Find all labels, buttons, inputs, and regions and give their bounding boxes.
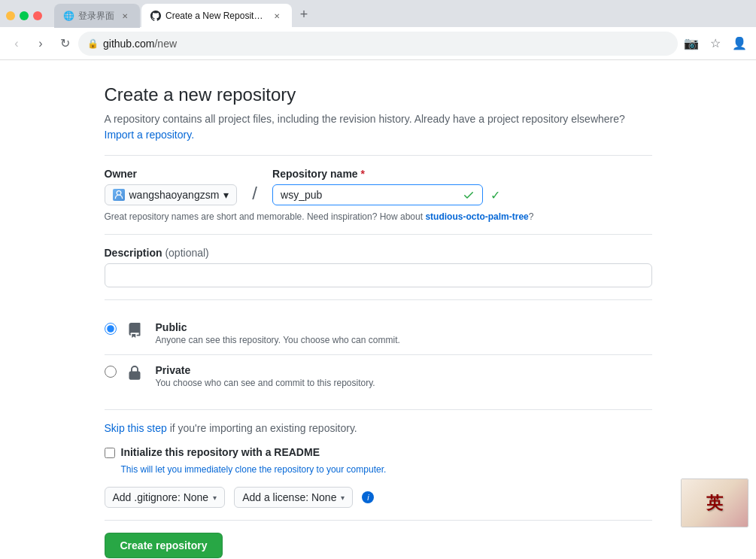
repo-name-label: Repository name * [272,168,500,180]
repo-name-field-group: Repository name * ✓ [272,168,500,205]
floating-image: 英 [681,478,748,527]
owner-repo-row: Owner wangshaoyangzsm ▾ / Repository nam… [105,168,652,205]
owner-select[interactable]: wangshaoyangzsm ▾ [105,184,238,205]
suggestion-name-link[interactable]: studious-octo-palm-tree [425,211,528,222]
forward-button[interactable]: › [30,33,51,54]
skip-link[interactable]: Skip this step [105,422,167,434]
page-description: A repository contains all project files,… [105,111,652,143]
create-repository-button[interactable]: Create repository [105,533,223,558]
import-link[interactable]: Import a repository. [105,129,195,141]
form-divider-2 [105,299,652,300]
profile-button[interactable]: 👤 [729,33,750,54]
skip-note: Skip this step if you're importing an ex… [105,422,652,434]
owner-label: Owner [105,168,238,180]
nav-bar: ‹ › ↻ 🔒 github.com/new 📷 ☆ 👤 [0,27,756,60]
lock-icon: 🔒 [87,38,99,49]
url-text: github.com/new [103,38,669,50]
tab-github[interactable]: Create a New Repository ✕ [141,4,292,28]
form-divider-4 [105,520,652,521]
tab-login[interactable]: 🌐 登录界面 ✕ [54,4,140,28]
form-divider-3 [105,409,652,410]
back-button[interactable]: ‹ [6,33,27,54]
tabs-bar: 🌐 登录界面 ✕ Create a New Repository ✕ + [48,4,320,28]
slash-separator: / [249,184,260,202]
window-controls [6,11,42,20]
nav-actions: 📷 ☆ 👤 [681,33,750,54]
public-label: Public [156,321,400,333]
tab-title-github: Create a New Repository [165,11,266,21]
browser-chrome: 🌐 登录界面 ✕ Create a New Repository ✕ + ‹ ›… [0,0,756,60]
visibility-section: Public Anyone can see this repository. Y… [105,312,652,397]
private-radio[interactable] [105,366,117,378]
title-bar: 🌐 登录界面 ✕ Create a New Repository ✕ + [0,0,756,27]
license-label: Add a license: None [242,491,336,503]
owner-avatar [113,189,125,201]
screenshot-button[interactable]: 📷 [681,33,702,54]
description-field-group: Description (optional) [105,247,652,287]
required-indicator: * [361,168,365,180]
private-option: Private You choose who can see and commi… [105,354,652,397]
public-radio[interactable] [105,323,117,335]
tab-close-github[interactable]: ✕ [271,10,283,22]
initialize-label: Initialize this repository with a README [121,446,320,458]
maximize-btn[interactable] [20,11,29,20]
initialize-checkbox-row: Initialize this repository with a README [105,446,652,458]
owner-name: wangshaoyangzsm [129,189,220,201]
owner-field-group: Owner wangshaoyangzsm ▾ [105,168,238,205]
private-desc: You choose who can see and commit to thi… [156,378,375,388]
info-icon[interactable]: i [362,491,374,503]
license-select[interactable]: Add a license: None ▾ [234,487,353,508]
description-label: Description (optional) [105,247,652,259]
initialize-desc: This will let you immediately clone the … [121,464,652,475]
tab-title-login: 登录界面 [78,10,114,23]
description-input[interactable] [105,263,652,287]
floating-image-content: 英 [682,479,748,527]
select-row: Add .gitignore: None ▾ Add a license: No… [105,487,652,508]
initialize-checkbox[interactable] [105,448,115,458]
public-desc: Anyone can see this repository. You choo… [156,335,400,345]
private-label: Private [156,364,375,376]
close-btn[interactable] [33,11,42,20]
bookmark-button[interactable]: ☆ [705,33,726,54]
new-tab-button[interactable]: + [293,4,314,25]
chevron-down-icon: ▾ [223,189,229,201]
address-bar[interactable]: 🔒 github.com/new [78,32,678,56]
suggestion-text: Great repository names are short and mem… [105,211,652,222]
private-option-content: Private You choose who can see and commi… [156,364,375,388]
refresh-button[interactable]: ↻ [54,33,75,54]
gitignore-chevron-icon: ▾ [213,494,217,502]
public-option: Public Anyone can see this repository. Y… [105,312,652,354]
form-divider-1 [105,234,652,235]
gitignore-label: Add .gitignore: None [113,491,209,503]
gitignore-select[interactable]: Add .gitignore: None ▾ [105,487,226,508]
main-container: Create a new repository A repository con… [93,84,664,559]
license-chevron-icon: ▾ [341,494,345,502]
tab-close-login[interactable]: ✕ [119,10,131,22]
page-title: Create a new repository [105,84,652,105]
page-content: Create a new repository A repository con… [0,60,756,559]
github-favicon [150,11,161,21]
tab-favicon-login: 🌐 [63,11,74,21]
header-divider [105,155,652,156]
minimize-btn[interactable] [6,11,15,20]
public-option-content: Public Anyone can see this repository. Y… [156,321,400,345]
valid-checkmark: ✓ [490,188,500,202]
private-repo-icon [126,364,144,382]
public-repo-icon [126,321,144,339]
repo-name-input[interactable] [272,184,483,205]
